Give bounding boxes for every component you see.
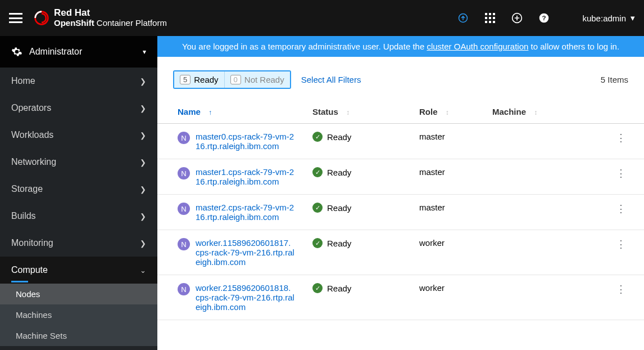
brand-name: Red Hat [54,8,167,19]
col-label: Status [312,107,338,116]
nav-label: Networking [11,157,56,167]
apps-icon[interactable] [484,12,496,24]
chevron-right-icon: ❯ [140,185,146,194]
kebab-menu-button[interactable]: ⋮ [614,165,628,181]
nav-item-networking[interactable]: Networking ❯ [0,149,157,176]
col-label: Machine [492,107,526,116]
filter-count: 0 [230,75,241,84]
machine-cell [483,275,605,320]
machine-cell [483,195,605,230]
filter-ready[interactable]: 5 Ready [174,71,224,88]
nav-sub-machines[interactable]: Machines [0,304,157,325]
col-machine-header[interactable]: Machine ↕ [483,100,605,124]
table-row: N master1.cps-rack-79-vm-216.rtp.raleigh… [157,159,644,195]
node-resource-icon: N [178,167,190,180]
masthead: Red Hat OpenShift Container Platform ? k… [0,0,644,36]
nav-item-workloads[interactable]: Workloads ❯ [0,122,157,149]
nav-label: Operators [11,103,51,113]
machine-cell [483,124,605,159]
perspective-switcher[interactable]: Administrator ▾ [0,36,157,68]
nav-sub-nodes[interactable]: Nodes [0,284,157,304]
kebab-menu-button[interactable]: ⋮ [614,281,628,297]
nav-item-home[interactable]: Home ❯ [0,68,157,95]
filter-not-ready[interactable]: 0 Not Ready [224,71,290,88]
caret-down-icon: ▾ [631,13,635,23]
nav-toggle-button[interactable] [9,13,22,23]
role-cell: worker [410,230,483,275]
node-resource-icon: N [178,283,190,295]
col-label: Role [419,107,438,116]
sort-asc-icon: ↑ [208,109,212,116]
status-text: Ready [327,284,351,293]
status-ready-icon: ✓ [312,203,323,213]
user-menu-button[interactable]: kube:admin ▾ [582,13,635,23]
oauth-config-link[interactable]: cluster OAuth configuration [427,42,528,51]
nav-sub-compute: Nodes Machines Machine Sets [0,284,157,346]
banner-text: to allow others to log in. [528,42,619,51]
nav-label: Builds [11,211,36,221]
nav-label: Monitoring [11,238,53,248]
node-name-link[interactable]: master0.cps-rack-79-vm-216.rtp.raleigh.i… [196,132,294,151]
login-banner: You are logged in as a temporary adminis… [157,36,644,57]
nav-item-operators[interactable]: Operators ❯ [0,95,157,122]
col-name-header[interactable]: Name ↑ [157,100,303,124]
filter-toolbar: 5 Ready 0 Not Ready Select All Filters 5… [157,70,644,100]
svg-text:?: ? [542,14,546,21]
nav-item-storage[interactable]: Storage ❯ [0,176,157,203]
add-icon[interactable] [511,12,523,24]
chevron-right-icon: ❯ [140,158,146,167]
status-text: Ready [327,168,351,177]
nav-label: Home [11,76,35,86]
redhat-icon [34,10,49,26]
status-ready-icon: ✓ [312,132,323,142]
node-name-link[interactable]: worker.11589620601817.cps-rack-79-vm-216… [196,238,294,267]
sort-icon: ↕ [346,109,350,116]
status-text: Ready [327,132,351,142]
nav-label: Compute [11,265,48,275]
chevron-right-icon: ❯ [140,131,146,140]
node-name-link[interactable]: worker.21589620601818.cps-rack-79-vm-216… [196,283,294,312]
role-cell: master [410,195,483,230]
sort-icon: ↕ [446,109,449,116]
filter-count: 5 [180,75,191,84]
help-icon[interactable]: ? [538,12,550,24]
chevron-down-icon: ⌄ [140,266,146,275]
kebab-menu-button[interactable]: ⋮ [614,236,628,252]
upgrade-icon[interactable] [457,12,469,24]
page-body: 5 Ready 0 Not Ready Select All Filters 5… [157,57,644,350]
chevron-right-icon: ❯ [140,104,146,113]
kebab-menu-button[interactable]: ⋮ [614,201,628,217]
sort-icon: ↕ [534,109,537,116]
node-resource-icon: N [178,203,190,215]
node-resource-icon: N [178,238,190,250]
brand-logo[interactable]: Red Hat OpenShift Container Platform [34,8,167,28]
product-name: OpenShift Container Platform [54,19,167,28]
node-name-link[interactable]: master1.cps-rack-79-vm-216.rtp.raleigh.i… [196,167,294,186]
node-name-link[interactable]: master2.cps-rack-79-vm-216.rtp.raleigh.i… [196,203,294,222]
main-content: You are logged in as a temporary adminis… [157,36,644,350]
nodes-table: Name ↑ Status ↕ Role ↕ Machine [157,100,644,320]
kebab-menu-button[interactable]: ⋮ [614,130,628,146]
select-all-filters-link[interactable]: Select All Filters [301,75,361,84]
col-status-header[interactable]: Status ↕ [303,100,410,124]
table-row: N worker.21589620601818.cps-rack-79-vm-2… [157,275,644,320]
perspective-label: Administrator [29,47,82,57]
col-role-header[interactable]: Role ↕ [410,100,483,124]
nav-item-builds[interactable]: Builds ❯ [0,203,157,230]
machine-cell [483,230,605,275]
machine-cell [483,159,605,195]
nav-label: Storage [11,184,43,194]
nav-sub-machine-sets[interactable]: Machine Sets [0,325,157,346]
sidebar-nav: Administrator ▾ Home ❯ Operators ❯ Workl… [0,36,157,350]
nav-item-monitoring[interactable]: Monitoring ❯ [0,230,157,257]
status-ready-icon: ✓ [312,283,323,293]
table-row: N master2.cps-rack-79-vm-216.rtp.raleigh… [157,195,644,230]
status-text: Ready [327,203,351,213]
col-label: Name [178,107,201,116]
caret-down-icon: ▾ [143,48,146,56]
filter-label: Not Ready [244,75,284,84]
nav-item-compute[interactable]: Compute ⌄ [0,257,157,284]
role-cell: master [410,159,483,195]
role-cell: worker [410,275,483,320]
item-count: 5 Items [601,75,628,84]
